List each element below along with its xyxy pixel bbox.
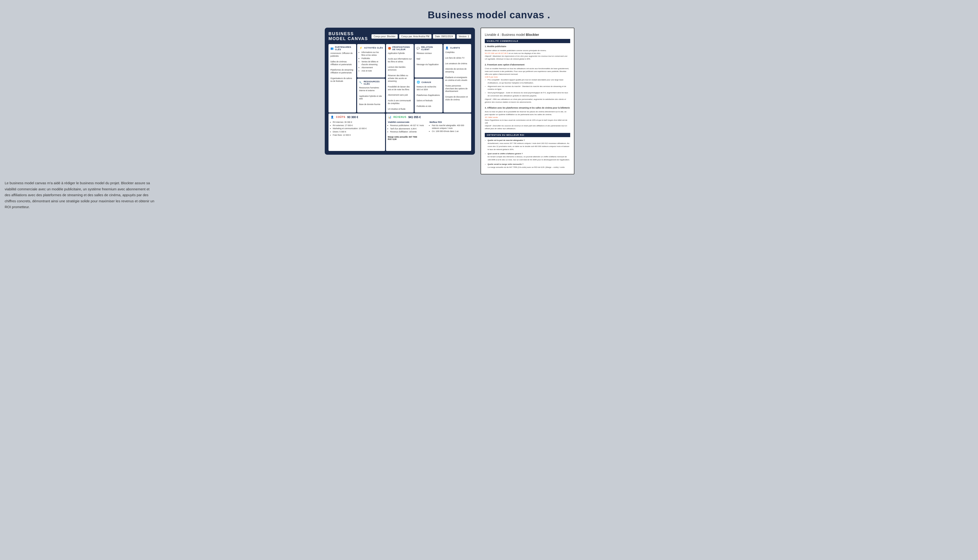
marge-nette: Marge nette annuelle: 847 755€ ROI: 8,09 — [388, 136, 469, 140]
clients-icon: 👤 — [445, 46, 449, 50]
canvas-meta: Conçu pour: Blockter Conçu par: Ania And… — [371, 34, 471, 39]
cell-relation-content: Réseaux sociaux Mail Message via l'appli… — [416, 52, 440, 66]
cell-clients-title: CLIENTS — [450, 47, 460, 49]
doc-roi-bullets: Quelle est la part de marché atteignable… — [488, 139, 570, 169]
cell-canaux-title: CANAUX — [421, 81, 431, 83]
cell-activites-header: ⚡ ACTIVITÉS CLÉS — [359, 46, 383, 50]
doc-bullets-2: Prix compétitif : Excellent rapport qual… — [488, 78, 570, 98]
doc-item-3: 3. Affiliation avec les plateformes stre… — [485, 107, 570, 130]
cell-activites: ⚡ ACTIVITÉS CLÉS Informations sur les fi… — [357, 44, 385, 78]
doc-item2-num: 2. Freemium avec option d'abonnement — [485, 63, 570, 67]
doc-link-2: 4,99 € par mois — [485, 76, 498, 78]
canvas-card: BUSINESS MODEL CANVAS Conçu pour: Blockt… — [325, 28, 475, 155]
doc-item3-num: 3. Affiliation avec les plateformes stre… — [485, 107, 570, 110]
meta-version: Version: 1 — [456, 34, 471, 39]
viabilite-title: Viabilité commerciale — [388, 121, 428, 123]
partenaires-icon: 👥 — [330, 47, 334, 50]
cell-partenaires-content: Annonceurs: Diffusion de publicités Sall… — [330, 52, 354, 83]
roi-col-title: Meilleur ROI — [430, 121, 469, 123]
viabilite-col: Viabilité commerciale Revenus publicitai… — [388, 121, 428, 134]
revenus-amount: 941 055 € — [408, 115, 421, 119]
doc-link-1: 50 370 308 soit 46 027,60 € — [485, 52, 508, 54]
doc-item-2: 2. Freemium avec option d'abonnement C'e… — [485, 63, 570, 103]
main-layout: BUSINESS MODEL CANVAS Conçu pour: Blockt… — [325, 28, 653, 174]
activites-icon: ⚡ — [359, 46, 363, 50]
roi-col: Meilleur ROI Part du marché atteignable:… — [430, 121, 469, 134]
meta-concu-par: Conçu par: Ania Andria PM — [399, 34, 431, 39]
page-title: Business model canvas . — [5, 9, 973, 21]
doc-body: 1. Modèle publicitaire Blockter utilise … — [485, 45, 570, 130]
cell-clients-header: 👤 CLIENTS — [445, 46, 469, 50]
doc-section1-header: VIABILITÉ COMMERCIALE — [485, 39, 570, 43]
cell-propositions-title: PROPOSITIONS DE VALEUR — [392, 46, 412, 51]
bottom-text: Le business model canvas m'a aidé à rédi… — [5, 180, 155, 210]
cell-ressources-title: RESSOURCES CLÉS — [364, 80, 383, 85]
cell-activites-title: ACTIVITÉS CLÉS — [364, 47, 383, 49]
relation-icon: 💬 — [416, 47, 420, 50]
doc-roi-body: Quelle est la part de marché atteignable… — [485, 139, 570, 169]
cell-couts: 👤 COÛTS 93 300 € RH internes: 39 300 € R… — [329, 113, 385, 151]
meta-concu-pour: Conçu pour: Blockter — [371, 34, 398, 39]
doc-item1-num: 1. Modèle publicitaire — [485, 45, 570, 48]
cell-relation-title: RELATION CLIENT — [421, 46, 440, 51]
cell-ressources-header: 🔧 RESSOURCES CLÉS — [359, 80, 383, 85]
cell-partenaires-header: 👥 PARTENAIRES CLÉS — [330, 46, 354, 51]
doc-brand: Blockter — [526, 33, 539, 37]
revenus-grid: Viabilité commerciale Revenus publicitai… — [388, 121, 469, 134]
ressources-icon: 🔧 — [359, 81, 363, 85]
cell-activites-content: Informations sur les films et les séries… — [359, 51, 383, 72]
revenus-icon: 📊 — [388, 115, 391, 119]
roi-content: Part du marché atteignable: 400 000 visi… — [430, 124, 469, 133]
couts-icon: 👤 — [330, 115, 334, 119]
revenus-title: REVENUS — [393, 116, 406, 118]
cell-relation: 💬 RELATION CLIENT Réseaux sociaux Mail M… — [415, 44, 442, 78]
cell-partenaires: 👥 PARTENAIRES CLÉS Annonceurs: Diffusion… — [329, 44, 356, 113]
meta-date: Date: 09/01/2024 — [433, 34, 455, 39]
cell-ressources-content: Ressources humaines: interne et externe … — [359, 87, 383, 106]
canaux-icon: 🌐 — [416, 80, 420, 84]
canvas-header: BUSINESS MODEL CANVAS Conçu pour: Blockt… — [329, 32, 471, 41]
propositions-icon: 🎁 — [388, 47, 391, 50]
cell-canaux-header: 🌐 CANAUX — [416, 80, 440, 84]
cell-relation-header: 💬 RELATION CLIENT — [416, 46, 440, 51]
cell-partenaires-title: PARTENAIRES CLÉS — [335, 46, 354, 51]
doc-item-1: 1. Modèle publicitaire Blockter utilise … — [485, 45, 570, 60]
canvas-card-title: BUSINESS MODEL CANVAS — [329, 32, 369, 41]
couts-content: RH internes: 39 300 € RH externes: 27 00… — [330, 121, 383, 137]
couts-title: COÛTS — [336, 116, 345, 118]
viabilite-content: Revenus publicitaires: 46 027 € / mois T… — [388, 124, 428, 133]
doc-title: Livrable 4 : Business model Blockter — [485, 33, 570, 37]
cell-clients: 👤 CLIENTS Cinéphiles Les fans de séries … — [443, 44, 471, 113]
canvas-grid: 👥 PARTENAIRES CLÉS Annonceurs: Diffusion… — [329, 44, 471, 151]
couts-amount: 93 300 € — [347, 115, 358, 119]
revenus-header: 📊 REVENUS 941 055 € — [388, 115, 469, 119]
cell-canaux: 🌐 CANAUX Moteurs de recherche: SEO et SE… — [415, 78, 442, 113]
cell-clients-content: Cinéphiles Les fans de séries TV Les ama… — [445, 51, 469, 101]
cell-propositions: 🎁 PROPOSITIONS DE VALEUR Application hyb… — [386, 44, 414, 113]
couts-header: 👤 COÛTS 93 300 € — [330, 115, 383, 119]
cell-ressources: 🔧 RESSOURCES CLÉS Ressources humaines: i… — [357, 78, 385, 113]
cell-revenus: 📊 REVENUS 941 055 € Viabilité commercial… — [386, 113, 471, 151]
doc-link-3: 1€ / billet vendu — [485, 116, 498, 118]
document-panel: Livrable 4 : Business model Blockter VIA… — [481, 28, 574, 174]
cell-propositions-header: 🎁 PROPOSITIONS DE VALEUR — [388, 46, 412, 51]
cell-propositions-content: Application hybride Accès aux informatio… — [388, 52, 412, 111]
doc-section2-header: OBTENTION DU MEILLEUR ROI — [485, 133, 570, 137]
cell-canaux-content: Moteurs de recherche: SEO et SEM Platefo… — [416, 85, 440, 108]
